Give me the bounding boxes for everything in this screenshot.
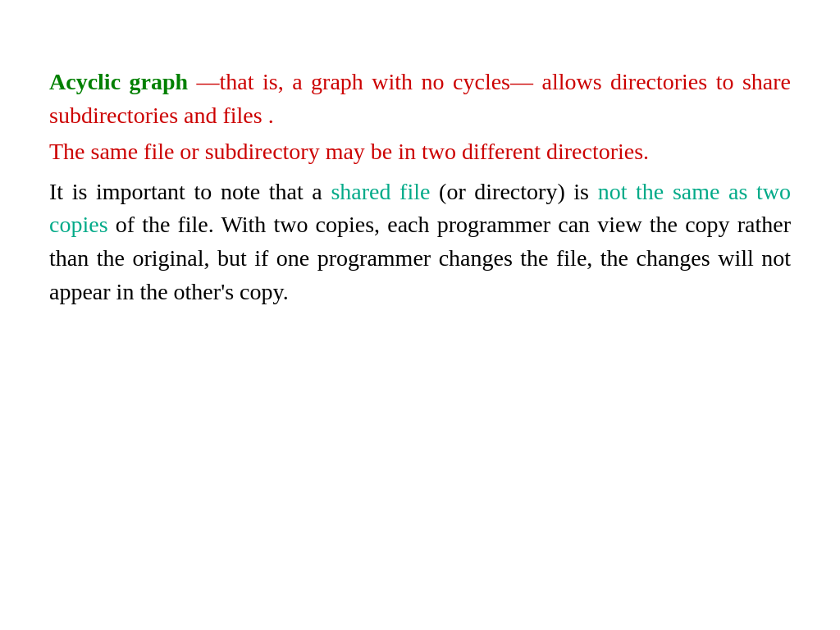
content-area: Acyclic graph —that is, a graph with no … [0, 0, 840, 358]
term-acyclic-graph: Acyclic graph [49, 69, 188, 94]
shared-file-text: shared file [331, 179, 430, 204]
main-paragraph: Acyclic graph —that is, a graph with no … [49, 66, 791, 308]
intro-text: It is important to note that a [49, 179, 331, 204]
red-block: Acyclic graph —that is, a graph with no … [49, 66, 791, 132]
black-paragraph: It is important to note that a shared fi… [49, 176, 791, 308]
middle-text: (or directory) is [430, 179, 597, 204]
red-line2: The same file or subdirectory may be in … [49, 135, 791, 169]
rest-text: of the file. With two copies, each progr… [49, 212, 791, 304]
